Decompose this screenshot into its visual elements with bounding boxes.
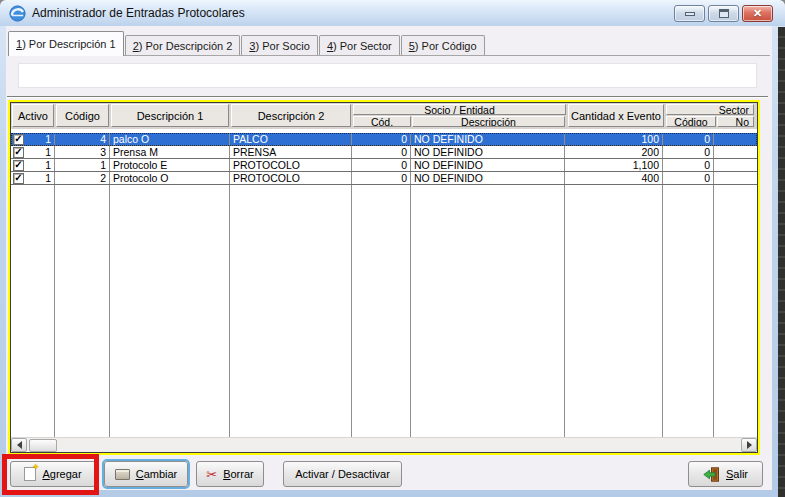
column-header-codigo[interactable]: Código <box>56 104 109 127</box>
cambiar-button[interactable]: Cambiar <box>104 461 188 487</box>
tab-por-descripcion-1[interactable]: 1) Por Descripción 1 <box>8 31 124 56</box>
cell-socio-descripcion: NO DEFINIDO <box>411 133 565 145</box>
client-area: 1) Por Descripción 1 2) Por Descripción … <box>6 26 772 490</box>
maximize-icon <box>719 9 729 18</box>
cell-sector-codigo: 0 <box>663 133 714 145</box>
scrollbar-thumb[interactable] <box>29 439 57 452</box>
activar-desactivar-button[interactable]: Activar / Desactivar <box>283 461 402 487</box>
cell-activo: 1 <box>11 159 55 171</box>
cell-socio-cod: 0 <box>352 159 411 171</box>
column-header-sector-codigo[interactable]: Código <box>666 116 716 127</box>
table-row[interactable]: 1 3 Prensa M PRENSA 0 NO DEFINIDO 200 0 <box>11 146 757 159</box>
scroll-left-button[interactable] <box>11 438 27 452</box>
app-icon <box>9 5 26 22</box>
cell-codigo: 3 <box>55 146 110 158</box>
cell-sector-codigo: 0 <box>663 146 714 158</box>
column-group-sector: Sector Código No <box>666 104 754 127</box>
active-checkbox[interactable] <box>13 147 24 158</box>
cell-socio-cod: 0 <box>352 133 411 145</box>
cell-descripcion-2: PALCO <box>230 133 352 145</box>
cell-codigo: 4 <box>55 133 110 145</box>
cell-activo: 1 <box>11 172 55 184</box>
cell-sector-nombre <box>714 133 757 145</box>
cell-descripcion-2: PROTOCOLO <box>230 159 352 171</box>
cell-socio-descripcion: NO DEFINIDO <box>411 146 565 158</box>
cell-sector-codigo: 0 <box>663 172 714 184</box>
table-row[interactable]: 1 2 Protocolo O PROTOCOLO 0 NO DEFINIDO … <box>11 172 757 185</box>
tab-por-codigo[interactable]: 5) Por Código <box>401 35 485 55</box>
grid-header: Activo Código Descripción 1 Descripción … <box>11 103 757 129</box>
active-checkbox[interactable] <box>13 134 24 145</box>
table-row[interactable]: 1 1 Protocolo E PROTOCOLO 0 NO DEFINIDO … <box>11 159 757 172</box>
scroll-right-icon <box>747 441 752 449</box>
cell-socio-descripcion: NO DEFINIDO <box>411 172 565 184</box>
app-window: Administrador de Entradas Protocolares 1… <box>0 0 785 497</box>
cell-socio-descripcion: NO DEFINIDO <box>411 159 565 171</box>
scroll-left-icon <box>17 441 22 449</box>
horizontal-scrollbar[interactable] <box>11 437 757 452</box>
column-header-descripcion-1[interactable]: Descripción 1 <box>111 104 229 127</box>
cell-activo: 1 <box>11 133 55 145</box>
cell-cantidad: 1,100 <box>565 159 663 171</box>
cell-cantidad: 400 <box>565 172 663 184</box>
divider-line <box>7 96 768 98</box>
borrar-button[interactable]: Borrar <box>196 461 264 487</box>
cell-descripcion-1: palco O <box>110 133 230 145</box>
cell-descripcion-2: PROTOCOLO <box>230 172 352 184</box>
titlebar[interactable]: Administrador de Entradas Protocolares <box>0 0 785 26</box>
scroll-right-button[interactable] <box>741 438 757 452</box>
window-title: Administrador de Entradas Protocolares <box>32 6 245 20</box>
tab-por-descripcion-2[interactable]: 2) Por Descripción 2 <box>125 35 241 55</box>
active-checkbox[interactable] <box>13 160 24 171</box>
column-header-activo[interactable]: Activo <box>12 104 54 127</box>
close-icon <box>753 8 762 19</box>
cell-cantidad: 100 <box>565 133 663 145</box>
salir-button[interactable]: Salir <box>688 461 763 487</box>
grid-rows-area: 1 4 palco O PALCO 0 NO DEFINIDO 100 0 1 … <box>11 129 757 437</box>
cell-descripcion-1: Prensa M <box>110 146 230 158</box>
cell-codigo: 2 <box>55 172 110 184</box>
cell-sector-nombre <box>714 172 757 184</box>
tab-por-socio[interactable]: 3) Por Socio <box>241 35 318 55</box>
column-header-socio-cod[interactable]: Cód. <box>353 116 411 127</box>
agregar-button[interactable]: Agregar <box>10 461 96 487</box>
cell-sector-nombre <box>714 146 757 158</box>
cell-cantidad: 200 <box>565 146 663 158</box>
cell-sector-codigo: 0 <box>663 159 714 171</box>
tab-bar: 1) Por Descripción 1 2) Por Descripción … <box>8 30 770 56</box>
tab-por-sector[interactable]: 4) Por Sector <box>319 35 400 55</box>
column-group-socio-entidad: Socio / Entidad Cód. Descripción <box>353 104 566 127</box>
cell-socio-cod: 0 <box>352 172 411 184</box>
column-header-socio-descripcion[interactable]: Descripción <box>412 116 565 127</box>
table-row[interactable]: 1 4 palco O PALCO 0 NO DEFINIDO 100 0 <box>11 133 757 146</box>
column-header-socio-entidad[interactable]: Socio / Entidad <box>353 104 566 115</box>
edit-device-icon <box>115 469 130 480</box>
grid-empty-area <box>11 185 757 437</box>
column-header-cantidad-evento[interactable]: Cantidad x Evento <box>568 104 664 127</box>
maximize-button[interactable] <box>708 5 739 22</box>
new-document-icon <box>24 467 36 481</box>
cell-activo: 1 <box>11 146 55 158</box>
cell-socio-cod: 0 <box>352 146 411 158</box>
cell-descripcion-2: PRENSA <box>230 146 352 158</box>
active-checkbox[interactable] <box>13 173 24 184</box>
minimize-button[interactable] <box>674 5 705 22</box>
exit-door-icon <box>703 467 720 482</box>
scissors-icon <box>206 468 217 481</box>
cell-descripcion-1: Protocolo O <box>110 172 230 184</box>
column-header-sector-nombre[interactable]: No <box>717 116 754 127</box>
cell-descripcion-1: Protocolo E <box>110 159 230 171</box>
background-app-strip <box>778 27 785 497</box>
filter-input[interactable] <box>18 63 757 88</box>
close-button[interactable] <box>742 5 773 22</box>
data-grid-frame: Activo Código Descripción 1 Descripción … <box>8 100 760 455</box>
cell-codigo: 1 <box>55 159 110 171</box>
data-grid: Activo Código Descripción 1 Descripción … <box>10 102 758 453</box>
cell-sector-nombre <box>714 159 757 171</box>
minimize-icon <box>685 12 695 16</box>
column-header-descripcion-2[interactable]: Descripción 2 <box>231 104 351 127</box>
column-header-sector[interactable]: Sector <box>666 104 754 115</box>
